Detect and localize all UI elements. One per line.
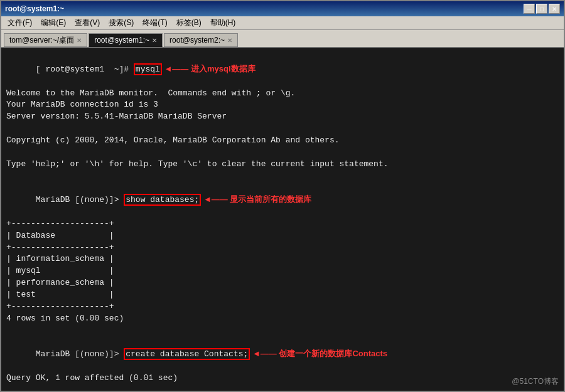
query-ok: Query OK, 1 row affected (0.01 sec) [6,373,559,384]
prompt: [ root@system1 ~]# [36,65,134,74]
annotation-mysql: ◄—— 进入mysql数据库 [162,64,256,73]
menu-terminal[interactable]: 终端(T) [139,16,171,29]
terminal-line-blank3 [6,170,559,182]
menu-search[interactable]: 搜索(S) [105,16,137,29]
fig-label-line: 图39-3 [6,384,559,391]
terminal-line-version: Server version: 5.5.41-MariaDB MariaDB S… [6,111,559,123]
menu-help[interactable]: 帮助(H) [207,16,240,29]
close-button[interactable]: ✕ [549,4,560,14]
terminal-line-connid: Your MariaDB connection id is 3 [6,99,559,111]
menu-file[interactable]: 文件(F) [4,16,36,29]
or-text: or [266,88,276,98]
create-database-command: create database Contacts; [124,348,250,360]
tab-close-icon[interactable]: ✕ [77,37,82,44]
table-row-mysql: | mysql | [6,265,559,277]
table-sep1: +--------------------+ [6,218,559,230]
terminal-line-blank1 [6,123,559,135]
mariadb-prompt1: MariaDB [(none)]> [36,195,124,204]
tab-root-system1[interactable]: root@system1:~ ✕ [89,33,163,47]
menu-tags[interactable]: 标签(B) [173,16,205,29]
tab-bar: tom@server:~/桌面 ✕ root@system1:~ ✕ root@… [1,30,564,48]
terminal-line-blank4 [6,324,559,336]
annotation-showdb: ◄—— 显示当前所有的数据库 [201,194,311,204]
show-databases-command: show databases; [124,194,201,206]
title-bar: root@system1:~ ─ □ ✕ [1,1,564,16]
tab-root-system2[interactable]: root@system2:~ ✕ [164,33,238,47]
tab-close-icon[interactable]: ✕ [152,37,157,44]
terminal-window: root@system1:~ ─ □ ✕ 文件(F) 编辑(E) 查看(V) 搜… [0,0,565,392]
menu-view[interactable]: 查看(V) [71,16,104,29]
terminal-line-showdb: MariaDB [(none)]> show databases; ◄—— 显示… [6,182,559,218]
table-row-infschema: | information_schema | [6,253,559,265]
table-row-test: | test | [6,289,559,301]
terminal-line-blank2 [6,147,559,159]
tab-label: tom@server:~/桌面 [9,35,74,46]
table-row-perfschema: | performance_schema | [6,277,559,289]
table-sep3: +--------------------+ [6,301,559,313]
terminal-content[interactable]: [ root@system1 ~]# mysql ◄—— 进入mysql数据库 … [1,48,564,391]
window-title: root@system1:~ [5,4,64,13]
window-controls: ─ □ ✕ [524,4,560,14]
tab-label: root@system1:~ [94,36,149,45]
menu-bar: 文件(F) 编辑(E) 查看(V) 搜索(S) 终端(T) 标签(B) 帮助(H… [1,16,564,30]
minimize-button[interactable]: ─ [524,4,535,14]
watermark: @51CTO博客 [512,376,559,387]
terminal-line-createdb: MariaDB [(none)]> create database Contac… [6,336,559,373]
terminal-line-welcome: Welcome to the MariaDB monitor. Commands… [6,88,559,100]
menu-edit[interactable]: 编辑(E) [37,16,70,29]
mysql-command: mysql [134,63,162,75]
tab-tom-server[interactable]: tom@server:~/桌面 ✕ [4,33,87,47]
annotation-createdb: ◄—— 创建一个新的数据库Contacts [250,349,387,358]
maximize-button[interactable]: □ [536,4,547,14]
rows-in-set: 4 rows in set (0.00 sec) [6,313,559,325]
tab-close-icon[interactable]: ✕ [227,37,232,44]
terminal-line-mysql: [ root@system1 ~]# mysql ◄—— 进入mysql数据库 [6,51,559,88]
table-header: | Database | [6,230,559,242]
tab-label: root@system2:~ [170,36,225,45]
table-sep2: +--------------------+ [6,242,559,254]
terminal-line-copyright: Copyright (c) 2000, 2014, Oracle, MariaD… [6,135,559,147]
mariadb-prompt2: MariaDB [(none)]> [36,349,124,359]
terminal-line-help: Type 'help;' or '\h' for help. Type '\c'… [6,159,559,171]
